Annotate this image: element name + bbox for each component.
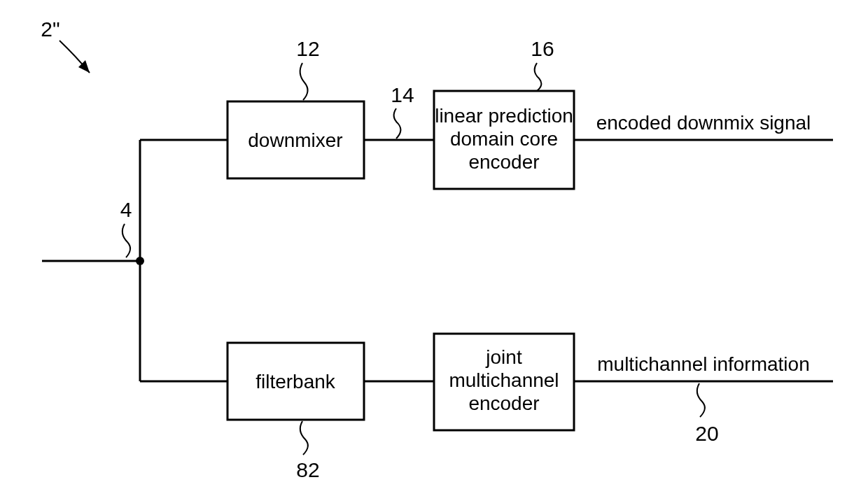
ref-downmixer: 12 (296, 37, 319, 60)
lp-encoder-line1: linear prediction (435, 105, 573, 127)
output-top-label: encoded downmix signal (596, 112, 811, 134)
ref-lp-encoder-leader (535, 63, 542, 91)
ref-bottom-output: 20 (695, 422, 718, 445)
ref-filterbank-leader (300, 421, 308, 455)
ref-system: 2" (41, 17, 59, 41)
filterbank-label: filterbank (255, 371, 336, 392)
ref-downmixer-leader (300, 63, 308, 100)
ref-bottom-output-leader (697, 383, 705, 417)
mc-encoder-line1: joint (485, 346, 522, 368)
ref-filterbank: 82 (296, 458, 319, 481)
output-bottom-label: multichannel information (597, 353, 810, 375)
ref-lp-encoder: 16 (531, 37, 554, 60)
block-diagram: downmixer linear prediction domain core … (0, 0, 868, 503)
mc-encoder-line2: multichannel (449, 369, 559, 391)
ref-mid-signal-leader (394, 108, 401, 139)
downmixer-label: downmixer (248, 129, 342, 151)
ref-input: 4 (120, 198, 132, 221)
lp-encoder-line2: domain core (450, 128, 558, 150)
mc-encoder-line3: encoder (468, 392, 539, 414)
lp-encoder-line3: encoder (468, 151, 539, 173)
ref-mid-signal: 14 (391, 83, 414, 106)
ref-input-leader (122, 224, 130, 257)
